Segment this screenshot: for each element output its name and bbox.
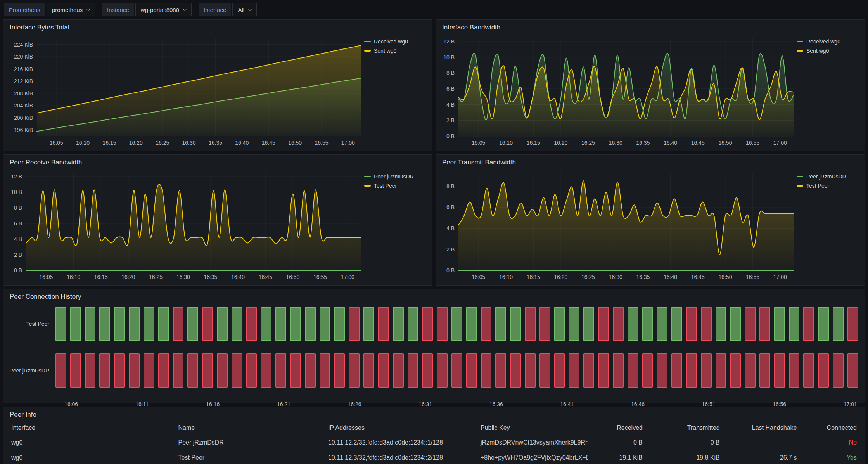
svg-text:16:10: 16:10: [76, 140, 90, 146]
peer-connection-history-timeline[interactable]: Test PeerPeer jRzmDsDR16:0616:1116:1616:…: [3, 301, 865, 410]
panel-title[interactable]: Peer Info: [3, 407, 865, 419]
state-bar-disconnected: [745, 353, 756, 388]
state-bar-connected: [451, 307, 462, 341]
variable-label-instance[interactable]: Instance: [102, 3, 134, 16]
x-tick-label: 16:31: [418, 401, 432, 407]
svg-text:16:30: 16:30: [176, 274, 190, 280]
state-bar-disconnected: [202, 353, 213, 388]
variable-label-interface[interactable]: Interface: [199, 3, 231, 16]
svg-text:212 KiB: 212 KiB: [14, 78, 33, 84]
svg-text:16:10: 16:10: [499, 274, 513, 280]
peer-receive-bandwidth-chart[interactable]: 0 B2 B4 B6 B8 B10 B12 B16:0516:1016:1516…: [7, 168, 364, 282]
variable-group-instance: Instance wg-portal:8080: [102, 3, 192, 16]
legend-item-received-wg0[interactable]: Received wg0: [364, 38, 428, 45]
svg-text:12 B: 12 B: [11, 173, 22, 180]
table-row: wg0Peer jRzmDsDR10.11.12.2/32,fdfd:d3ad:…: [6, 435, 862, 450]
legend-item-sent-wg0[interactable]: Sent wg0: [364, 48, 428, 54]
state-bar-connected: [657, 307, 667, 341]
variable-picker-interface[interactable]: All: [232, 3, 257, 16]
panel-title[interactable]: Peer Transmit Bandwidth: [436, 155, 865, 167]
x-tick-label: 16:36: [489, 401, 503, 407]
state-bar-connected: [129, 307, 140, 341]
state-bar-disconnected: [701, 353, 712, 388]
svg-text:2 B: 2 B: [14, 252, 22, 258]
state-bar-disconnected: [803, 353, 814, 388]
state-bar-connected: [114, 307, 125, 341]
state-bar-disconnected: [686, 307, 697, 341]
svg-text:16:25: 16:25: [581, 274, 595, 280]
svg-text:10 B: 10 B: [11, 189, 22, 195]
svg-text:6 B: 6 B: [14, 220, 22, 227]
state-bar-disconnected: [525, 307, 536, 341]
x-tick-label: 16:06: [64, 401, 78, 407]
legend-item-sent-wg0[interactable]: Sent wg0: [797, 48, 861, 54]
state-bar-disconnected: [657, 353, 667, 388]
column-header-public-key[interactable]: Public Key: [475, 421, 588, 435]
state-bar-connected: [232, 307, 242, 341]
interface-bytes-total-chart[interactable]: 196 KiB200 KiB204 KiB208 KiB212 KiB216 K…: [7, 33, 364, 148]
column-header-ip-addresses[interactable]: IP Addresses: [323, 421, 475, 435]
state-bar-disconnected: [759, 307, 770, 341]
state-bar-disconnected: [55, 353, 66, 388]
state-bar-connected: [158, 307, 169, 341]
state-bar-connected: [275, 307, 286, 341]
column-header-interface[interactable]: Interface: [6, 421, 173, 435]
panel-title[interactable]: Interface Bandwidth: [436, 20, 865, 32]
variable-picker-prometheus[interactable]: prometheus: [47, 3, 95, 16]
legend-item-peer-jrzmdsdr[interactable]: Peer jRzmDsDR: [364, 173, 428, 180]
svg-text:0 B: 0 B: [446, 267, 455, 274]
peer-transmit-bandwidth-chart[interactable]: 0 B2 B4 B6 B8 B16:0516:1016:1516:2016:25…: [440, 168, 797, 282]
panel-title[interactable]: Peer Connection History: [3, 289, 865, 301]
cell-transmitted: 19.8 KiB: [648, 450, 725, 464]
state-bar-connected: [99, 307, 110, 341]
state-bar-disconnected: [173, 307, 184, 341]
svg-text:10 B: 10 B: [443, 54, 455, 61]
state-bar-disconnected: [378, 353, 389, 388]
svg-text:16:15: 16:15: [527, 274, 540, 280]
legend-item-peer-jrzmdsdr[interactable]: Peer jRzmDsDR: [797, 173, 861, 180]
variable-label-prometheus[interactable]: Prometheus: [4, 3, 45, 16]
panel-title[interactable]: Interface Bytes Total: [3, 20, 432, 32]
column-header-transmitted[interactable]: Transmitted: [648, 421, 725, 435]
state-bar-connected: [569, 307, 579, 341]
svg-text:16:25: 16:25: [156, 140, 169, 146]
variable-picker-instance[interactable]: wg-portal:8080: [135, 3, 192, 16]
svg-text:16:10: 16:10: [499, 140, 513, 146]
interface-bandwidth-chart[interactable]: 0 B2 B4 B6 B8 B10 B12 B16:0516:1016:1516…: [440, 33, 797, 148]
svg-text:16:45: 16:45: [691, 274, 705, 280]
svg-text:16:35: 16:35: [204, 274, 217, 280]
column-header-name[interactable]: Name: [173, 421, 323, 435]
svg-text:16:35: 16:35: [636, 140, 650, 146]
state-bar-connected: [187, 307, 198, 341]
panel-title[interactable]: Peer Receive Bandwidth: [3, 155, 432, 167]
legend-item-received-wg0[interactable]: Received wg0: [797, 38, 861, 45]
x-tick-label: 16:21: [277, 401, 290, 407]
state-bar-connected: [320, 307, 330, 341]
column-header-connected[interactable]: Connected: [802, 421, 862, 435]
x-tick-label: 17:01: [844, 401, 857, 407]
column-header-received[interactable]: Received: [588, 421, 648, 435]
state-bar-connected: [671, 307, 682, 341]
column-header-last-handshake[interactable]: Last Handshake: [725, 421, 802, 435]
legend-label: Peer jRzmDsDR: [374, 173, 414, 180]
state-bar-disconnected: [803, 307, 814, 341]
state-bar-disconnected: [422, 307, 433, 341]
state-bar-disconnected: [569, 353, 579, 388]
svg-text:17:00: 17:00: [773, 140, 787, 146]
svg-text:16:15: 16:15: [527, 140, 540, 146]
state-bar-disconnected: [290, 353, 301, 388]
panel-peer-connection-history: Peer Connection History Test PeerPeer jR…: [3, 289, 865, 403]
legend-label: Sent wg0: [374, 48, 396, 54]
state-bar-disconnected: [202, 307, 213, 341]
svg-text:16:35: 16:35: [636, 274, 650, 280]
state-bar-connected: [716, 307, 726, 341]
state-bar-connected: [363, 307, 374, 341]
variable-group-interface: Interface All: [199, 3, 257, 16]
legend-item-test-peer[interactable]: Test Peer: [364, 183, 428, 189]
legend-item-test-peer[interactable]: Test Peer: [797, 183, 861, 189]
series-color-swatch: [797, 185, 803, 187]
svg-text:16:15: 16:15: [102, 140, 116, 146]
state-bar-disconnected: [510, 353, 521, 388]
legend-label: Sent wg0: [806, 48, 829, 54]
state-bar-connected: [217, 307, 228, 341]
